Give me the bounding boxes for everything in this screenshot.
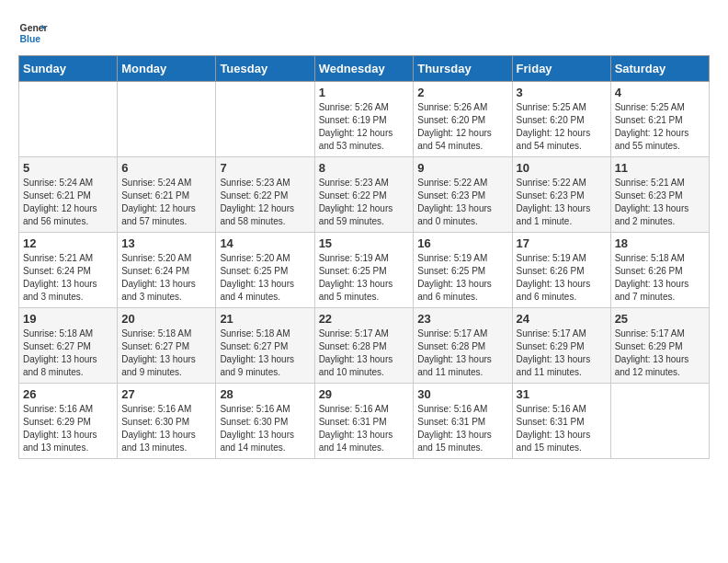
- calendar-cell: 11Sunrise: 5:21 AM Sunset: 6:23 PM Dayli…: [610, 157, 709, 233]
- day-info: Sunrise: 5:19 AM Sunset: 6:25 PM Dayligh…: [417, 252, 507, 304]
- logo-icon: General Blue: [18, 18, 48, 48]
- day-number: 15: [319, 236, 410, 250]
- calendar-cell: [19, 82, 118, 157]
- week-row-2: 12Sunrise: 5:21 AM Sunset: 6:24 PM Dayli…: [19, 233, 710, 308]
- day-info: Sunrise: 5:16 AM Sunset: 6:30 PM Dayligh…: [121, 403, 211, 454]
- day-info: Sunrise: 5:24 AM Sunset: 6:21 PM Dayligh…: [121, 177, 211, 228]
- calendar-header-row: SundayMondayTuesdayWednesdayThursdayFrid…: [19, 56, 710, 82]
- day-info: Sunrise: 5:16 AM Sunset: 6:31 PM Dayligh…: [517, 403, 607, 454]
- day-number: 29: [319, 387, 410, 401]
- calendar-cell: 14Sunrise: 5:20 AM Sunset: 6:25 PM Dayli…: [216, 233, 314, 308]
- day-info: Sunrise: 5:20 AM Sunset: 6:25 PM Dayligh…: [220, 252, 310, 304]
- day-number: 25: [615, 312, 705, 326]
- day-number: 2: [417, 86, 507, 99]
- day-number: 8: [319, 161, 410, 175]
- calendar-cell: 1Sunrise: 5:26 AM Sunset: 6:19 PM Daylig…: [314, 82, 414, 157]
- day-info: Sunrise: 5:16 AM Sunset: 6:29 PM Dayligh…: [23, 403, 113, 454]
- calendar-cell: 5Sunrise: 5:24 AM Sunset: 6:21 PM Daylig…: [19, 157, 118, 233]
- day-number: 3: [517, 86, 607, 99]
- calendar-cell: 10Sunrise: 5:22 AM Sunset: 6:23 PM Dayli…: [512, 157, 610, 233]
- calendar-cell: 15Sunrise: 5:19 AM Sunset: 6:25 PM Dayli…: [314, 233, 414, 308]
- week-row-0: 1Sunrise: 5:26 AM Sunset: 6:19 PM Daylig…: [19, 82, 710, 157]
- day-number: 5: [23, 161, 113, 175]
- day-info: Sunrise: 5:16 AM Sunset: 6:30 PM Dayligh…: [220, 403, 310, 454]
- day-number: 17: [517, 236, 607, 250]
- day-info: Sunrise: 5:18 AM Sunset: 6:27 PM Dayligh…: [23, 327, 113, 379]
- day-info: Sunrise: 5:17 AM Sunset: 6:29 PM Dayligh…: [615, 327, 705, 379]
- day-number: 14: [220, 236, 310, 250]
- calendar-cell: 26Sunrise: 5:16 AM Sunset: 6:29 PM Dayli…: [19, 384, 118, 459]
- header-saturday: Saturday: [610, 56, 709, 82]
- day-number: 16: [417, 236, 507, 250]
- calendar-cell: 20Sunrise: 5:18 AM Sunset: 6:27 PM Dayli…: [118, 308, 216, 384]
- week-row-1: 5Sunrise: 5:24 AM Sunset: 6:21 PM Daylig…: [19, 157, 710, 233]
- svg-text:Blue: Blue: [20, 34, 41, 44]
- calendar-cell: [610, 384, 709, 459]
- day-number: 23: [417, 312, 507, 326]
- day-info: Sunrise: 5:21 AM Sunset: 6:24 PM Dayligh…: [23, 252, 113, 304]
- day-number: 7: [220, 161, 310, 175]
- header-tuesday: Tuesday: [216, 56, 314, 82]
- header-thursday: Thursday: [414, 56, 512, 82]
- day-info: Sunrise: 5:19 AM Sunset: 6:26 PM Dayligh…: [517, 252, 607, 304]
- calendar-cell: 13Sunrise: 5:20 AM Sunset: 6:24 PM Dayli…: [118, 233, 216, 308]
- day-info: Sunrise: 5:22 AM Sunset: 6:23 PM Dayligh…: [417, 177, 507, 228]
- day-info: Sunrise: 5:23 AM Sunset: 6:22 PM Dayligh…: [220, 177, 310, 228]
- day-number: 24: [517, 312, 607, 326]
- calendar-cell: 31Sunrise: 5:16 AM Sunset: 6:31 PM Dayli…: [512, 384, 610, 459]
- calendar-cell: 12Sunrise: 5:21 AM Sunset: 6:24 PM Dayli…: [19, 233, 118, 308]
- day-info: Sunrise: 5:17 AM Sunset: 6:28 PM Dayligh…: [417, 327, 507, 379]
- day-info: Sunrise: 5:19 AM Sunset: 6:25 PM Dayligh…: [319, 252, 410, 304]
- calendar-cell: 16Sunrise: 5:19 AM Sunset: 6:25 PM Dayli…: [414, 233, 512, 308]
- day-number: 13: [121, 236, 211, 250]
- calendar-cell: 30Sunrise: 5:16 AM Sunset: 6:31 PM Dayli…: [414, 384, 512, 459]
- calendar-cell: 2Sunrise: 5:26 AM Sunset: 6:20 PM Daylig…: [414, 82, 512, 157]
- day-info: Sunrise: 5:20 AM Sunset: 6:24 PM Dayligh…: [121, 252, 211, 304]
- day-number: 12: [23, 236, 113, 250]
- day-number: 18: [615, 236, 705, 250]
- day-number: 21: [220, 312, 310, 326]
- calendar-cell: 27Sunrise: 5:16 AM Sunset: 6:30 PM Dayli…: [118, 384, 216, 459]
- calendar-cell: 18Sunrise: 5:18 AM Sunset: 6:26 PM Dayli…: [610, 233, 709, 308]
- calendar-cell: 3Sunrise: 5:25 AM Sunset: 6:20 PM Daylig…: [512, 82, 610, 157]
- day-info: Sunrise: 5:17 AM Sunset: 6:28 PM Dayligh…: [319, 327, 410, 379]
- calendar-cell: 4Sunrise: 5:25 AM Sunset: 6:21 PM Daylig…: [610, 82, 709, 157]
- week-row-4: 26Sunrise: 5:16 AM Sunset: 6:29 PM Dayli…: [19, 384, 710, 459]
- day-info: Sunrise: 5:16 AM Sunset: 6:31 PM Dayligh…: [319, 403, 410, 454]
- day-number: 19: [23, 312, 113, 326]
- day-number: 28: [220, 387, 310, 401]
- day-info: Sunrise: 5:21 AM Sunset: 6:23 PM Dayligh…: [615, 177, 705, 228]
- calendar-cell: 9Sunrise: 5:22 AM Sunset: 6:23 PM Daylig…: [414, 157, 512, 233]
- calendar-cell: 6Sunrise: 5:24 AM Sunset: 6:21 PM Daylig…: [118, 157, 216, 233]
- day-info: Sunrise: 5:18 AM Sunset: 6:26 PM Dayligh…: [615, 252, 705, 304]
- day-number: 10: [517, 161, 607, 175]
- day-info: Sunrise: 5:18 AM Sunset: 6:27 PM Dayligh…: [121, 327, 211, 379]
- header-sunday: Sunday: [19, 56, 118, 82]
- day-info: Sunrise: 5:22 AM Sunset: 6:23 PM Dayligh…: [517, 177, 607, 228]
- day-info: Sunrise: 5:18 AM Sunset: 6:27 PM Dayligh…: [220, 327, 310, 379]
- day-number: 4: [615, 86, 705, 99]
- header-friday: Friday: [512, 56, 610, 82]
- calendar-cell: 24Sunrise: 5:17 AM Sunset: 6:29 PM Dayli…: [512, 308, 610, 384]
- logo: General Blue: [18, 18, 51, 48]
- day-number: 20: [121, 312, 211, 326]
- calendar-cell: 23Sunrise: 5:17 AM Sunset: 6:28 PM Dayli…: [414, 308, 512, 384]
- day-info: Sunrise: 5:26 AM Sunset: 6:20 PM Dayligh…: [417, 101, 507, 153]
- calendar-cell: 29Sunrise: 5:16 AM Sunset: 6:31 PM Dayli…: [314, 384, 414, 459]
- calendar-cell: [216, 82, 314, 157]
- calendar-cell: 25Sunrise: 5:17 AM Sunset: 6:29 PM Dayli…: [610, 308, 709, 384]
- day-info: Sunrise: 5:23 AM Sunset: 6:22 PM Dayligh…: [319, 177, 410, 228]
- week-row-3: 19Sunrise: 5:18 AM Sunset: 6:27 PM Dayli…: [19, 308, 710, 384]
- calendar-cell: 19Sunrise: 5:18 AM Sunset: 6:27 PM Dayli…: [19, 308, 118, 384]
- calendar-cell: 7Sunrise: 5:23 AM Sunset: 6:22 PM Daylig…: [216, 157, 314, 233]
- day-info: Sunrise: 5:25 AM Sunset: 6:20 PM Dayligh…: [517, 101, 607, 153]
- calendar-cell: 28Sunrise: 5:16 AM Sunset: 6:30 PM Dayli…: [216, 384, 314, 459]
- calendar-cell: 21Sunrise: 5:18 AM Sunset: 6:27 PM Dayli…: [216, 308, 314, 384]
- calendar-cell: 22Sunrise: 5:17 AM Sunset: 6:28 PM Dayli…: [314, 308, 414, 384]
- day-info: Sunrise: 5:25 AM Sunset: 6:21 PM Dayligh…: [615, 101, 705, 153]
- header-wednesday: Wednesday: [314, 56, 414, 82]
- day-number: 27: [121, 387, 211, 401]
- day-number: 30: [417, 387, 507, 401]
- calendar-cell: [118, 82, 216, 157]
- calendar-table: SundayMondayTuesdayWednesdayThursdayFrid…: [18, 55, 710, 459]
